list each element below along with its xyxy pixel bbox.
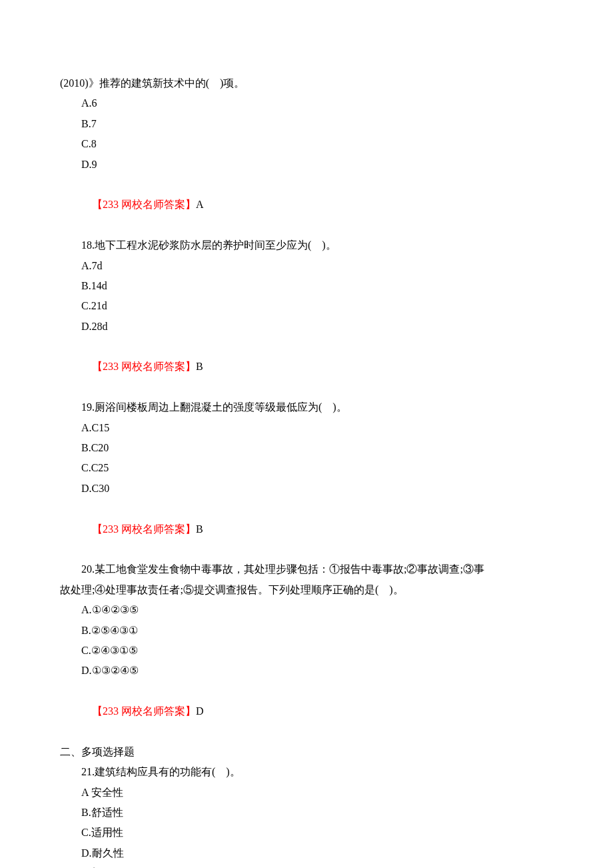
q21-stem: 21.建筑结构应具有的功能有( )。 [60,762,553,782]
q21-option-a: A 安全性 [60,783,553,803]
q21-option-c: C.适用性 [60,823,553,843]
q20-stem-line2: 故处理;④处理事故责任者;⑤提交调查报告。下列处理顺序正确的是( )。 [60,580,553,600]
q17-option-c: C.8 [60,134,553,154]
q21-option-d: D.耐久性 [60,843,553,863]
q21-option-b: B.舒适性 [60,803,553,823]
q18-answer-label: 【233 网校名师答案】 [92,361,196,372]
q17-option-b: B.7 [60,114,553,134]
q20-option-d: D.①③②④⑤ [60,661,553,681]
q18-answer: 【233 网校名师答案】B [60,337,553,397]
document-page: (2010)》推荐的建筑新技术中的( )项。 A.6 B.7 C.8 D.9 【… [0,0,613,868]
q17-option-d: D.9 [60,155,553,175]
q18-option-d: D.28d [60,317,553,337]
q19-option-c: C.C25 [60,458,553,478]
q19-stem: 19.厕浴间楼板周边上翻混凝土的强度等级最低应为( )。 [60,397,553,417]
q21-option-e: E.美观性 [60,863,553,868]
q20-option-b: B.②⑤④③① [60,621,553,641]
q18-answer-value: B [196,361,203,372]
q20-answer: 【233 网校名师答案】D [60,681,553,742]
q17-option-a: A.6 [60,93,553,113]
q19-answer: 【233 网校名师答案】B [60,499,553,559]
q20-answer-label: 【233 网校名师答案】 [92,705,196,717]
q19-answer-value: B [196,523,203,535]
q19-answer-label: 【233 网校名师答案】 [92,523,196,535]
header-continuation-line: (2010)》推荐的建筑新技术中的( )项。 [60,73,553,93]
q20-stem-line1: 20.某工地食堂发生食物中毒事故，其处理步骤包括：①报告中毒事故;②事故调查;③… [60,559,553,579]
q18-option-a: A.7d [60,256,553,276]
q18-stem: 18.地下工程水泥砂浆防水层的养护时间至少应为( )。 [60,235,553,255]
q17-answer: 【233 网校名师答案】A [60,175,553,235]
q18-option-b: B.14d [60,276,553,296]
q17-answer-label: 【233 网校名师答案】 [92,199,196,210]
q18-option-c: C.21d [60,296,553,316]
q20-option-c: C.②④③①⑤ [60,641,553,661]
q20-option-a: A.①④②③⑤ [60,600,553,620]
q17-answer-value: A [196,199,204,210]
q19-option-b: B.C20 [60,438,553,458]
q19-option-a: A.C15 [60,418,553,438]
q20-answer-value: D [196,705,204,717]
q19-option-d: D.C30 [60,479,553,499]
section-2-heading: 二、多项选择题 [60,742,553,762]
